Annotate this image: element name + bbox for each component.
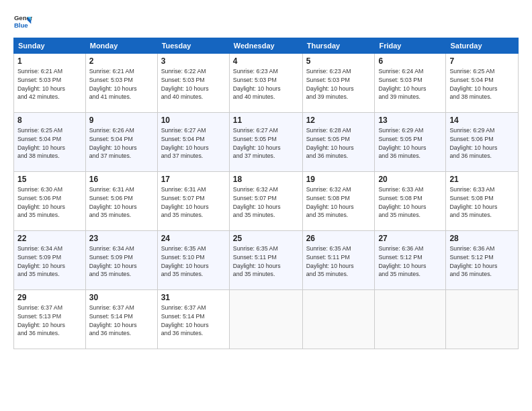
day-number: 11 — [233, 116, 299, 125]
calendar-week-row: 29Sunrise: 6:37 AM Sunset: 5:13 PM Dayli… — [14, 290, 519, 349]
day-number: 4 — [233, 56, 299, 66]
header-cell-thursday: Thursday — [302, 38, 375, 54]
day-info: Sunrise: 6:34 AM Sunset: 5:09 PM Dayligh… — [89, 244, 154, 279]
day-number: 19 — [306, 175, 371, 184]
calendar-cell: 27Sunrise: 6:36 AM Sunset: 5:12 PM Dayli… — [375, 231, 446, 290]
calendar-body: 1Sunrise: 6:21 AM Sunset: 5:03 PM Daylig… — [14, 54, 519, 349]
day-info: Sunrise: 6:33 AM Sunset: 5:08 PM Dayligh… — [378, 185, 442, 220]
day-number: 26 — [306, 234, 371, 243]
calendar-cell: 4Sunrise: 6:23 AM Sunset: 5:03 PM Daylig… — [229, 54, 302, 113]
calendar-cell: 9Sunrise: 6:26 AM Sunset: 5:04 PM Daylig… — [85, 113, 157, 172]
calendar-cell: 10Sunrise: 6:27 AM Sunset: 5:04 PM Dayli… — [157, 113, 229, 172]
day-number: 2 — [89, 56, 154, 66]
day-number: 29 — [17, 293, 82, 302]
day-info: Sunrise: 6:26 AM Sunset: 5:04 PM Dayligh… — [89, 126, 154, 161]
day-number: 17 — [161, 175, 226, 184]
day-number: 14 — [449, 116, 515, 125]
day-info: Sunrise: 6:23 AM Sunset: 5:03 PM Dayligh… — [306, 67, 371, 101]
day-info: Sunrise: 6:24 AM Sunset: 5:03 PM Dayligh… — [378, 67, 442, 101]
day-info: Sunrise: 6:21 AM Sunset: 5:03 PM Dayligh… — [89, 67, 154, 101]
day-number: 22 — [17, 234, 82, 243]
day-info: Sunrise: 6:35 AM Sunset: 5:10 PM Dayligh… — [161, 244, 226, 279]
day-number: 13 — [378, 116, 442, 125]
calendar-cell: 13Sunrise: 6:29 AM Sunset: 5:05 PM Dayli… — [375, 113, 446, 172]
header-cell-wednesday: Wednesday — [229, 38, 302, 54]
day-info: Sunrise: 6:37 AM Sunset: 5:13 PM Dayligh… — [17, 304, 82, 338]
day-info: Sunrise: 6:32 AM Sunset: 5:07 PM Dayligh… — [233, 185, 299, 220]
header-cell-monday: Monday — [85, 38, 157, 54]
day-number: 25 — [233, 234, 299, 243]
day-info: Sunrise: 6:31 AM Sunset: 5:06 PM Dayligh… — [89, 185, 154, 220]
logo-icon: General Blue — [13, 12, 32, 31]
day-info: Sunrise: 6:30 AM Sunset: 5:06 PM Dayligh… — [17, 185, 82, 220]
day-info: Sunrise: 6:31 AM Sunset: 5:07 PM Dayligh… — [161, 185, 226, 220]
day-info: Sunrise: 6:35 AM Sunset: 5:11 PM Dayligh… — [306, 244, 371, 279]
day-number: 7 — [449, 56, 515, 66]
day-number: 31 — [161, 293, 226, 302]
calendar-cell: 7Sunrise: 6:25 AM Sunset: 5:04 PM Daylig… — [446, 54, 519, 113]
calendar-week-row: 22Sunrise: 6:34 AM Sunset: 5:09 PM Dayli… — [14, 231, 519, 290]
day-info: Sunrise: 6:37 AM Sunset: 5:14 PM Dayligh… — [89, 304, 154, 338]
day-number: 5 — [306, 56, 371, 66]
header-cell-saturday: Saturday — [446, 38, 519, 54]
day-number: 15 — [17, 175, 82, 184]
day-number: 23 — [89, 234, 154, 243]
calendar-cell: 1Sunrise: 6:21 AM Sunset: 5:03 PM Daylig… — [14, 54, 86, 113]
day-info: Sunrise: 6:32 AM Sunset: 5:08 PM Dayligh… — [306, 185, 371, 220]
day-info: Sunrise: 6:36 AM Sunset: 5:12 PM Dayligh… — [449, 244, 515, 279]
day-info: Sunrise: 6:23 AM Sunset: 5:03 PM Dayligh… — [233, 67, 299, 101]
day-number: 20 — [378, 175, 442, 184]
calendar-cell: 12Sunrise: 6:28 AM Sunset: 5:05 PM Dayli… — [302, 113, 375, 172]
day-number: 12 — [306, 116, 371, 125]
calendar-cell — [375, 290, 446, 349]
day-info: Sunrise: 6:25 AM Sunset: 5:04 PM Dayligh… — [17, 126, 82, 161]
day-info: Sunrise: 6:22 AM Sunset: 5:03 PM Dayligh… — [161, 67, 226, 101]
calendar-cell: 30Sunrise: 6:37 AM Sunset: 5:14 PM Dayli… — [85, 290, 157, 349]
calendar-table: SundayMondayTuesdayWednesdayThursdayFrid… — [13, 38, 519, 349]
calendar-cell — [446, 290, 519, 349]
header-cell-friday: Friday — [375, 38, 446, 54]
calendar-cell: 5Sunrise: 6:23 AM Sunset: 5:03 PM Daylig… — [302, 54, 375, 113]
header-cell-sunday: Sunday — [14, 38, 86, 54]
calendar-cell: 18Sunrise: 6:32 AM Sunset: 5:07 PM Dayli… — [229, 172, 302, 231]
calendar-cell: 17Sunrise: 6:31 AM Sunset: 5:07 PM Dayli… — [157, 172, 229, 231]
day-number: 9 — [89, 116, 154, 125]
calendar-header-row: SundayMondayTuesdayWednesdayThursdayFrid… — [14, 38, 519, 54]
calendar-cell: 29Sunrise: 6:37 AM Sunset: 5:13 PM Dayli… — [14, 290, 86, 349]
calendar-cell: 6Sunrise: 6:24 AM Sunset: 5:03 PM Daylig… — [375, 54, 446, 113]
page: General Blue SundayMondayTuesdayWednesda… — [0, 0, 532, 411]
calendar-cell: 14Sunrise: 6:29 AM Sunset: 5:06 PM Dayli… — [446, 113, 519, 172]
day-number: 16 — [89, 175, 154, 184]
calendar-cell: 28Sunrise: 6:36 AM Sunset: 5:12 PM Dayli… — [446, 231, 519, 290]
calendar-week-row: 8Sunrise: 6:25 AM Sunset: 5:04 PM Daylig… — [14, 113, 519, 172]
day-number: 1 — [17, 56, 82, 66]
day-info: Sunrise: 6:28 AM Sunset: 5:05 PM Dayligh… — [306, 126, 371, 161]
day-info: Sunrise: 6:33 AM Sunset: 5:08 PM Dayligh… — [449, 185, 515, 220]
day-number: 24 — [161, 234, 226, 243]
calendar-week-row: 1Sunrise: 6:21 AM Sunset: 5:03 PM Daylig… — [14, 54, 519, 113]
calendar-cell: 16Sunrise: 6:31 AM Sunset: 5:06 PM Dayli… — [85, 172, 157, 231]
day-number: 8 — [17, 116, 82, 125]
calendar-cell: 11Sunrise: 6:27 AM Sunset: 5:05 PM Dayli… — [229, 113, 302, 172]
logo: General Blue — [13, 12, 32, 31]
day-number: 10 — [161, 116, 226, 125]
calendar-cell — [302, 290, 375, 349]
calendar-cell: 2Sunrise: 6:21 AM Sunset: 5:03 PM Daylig… — [85, 54, 157, 113]
calendar-cell: 23Sunrise: 6:34 AM Sunset: 5:09 PM Dayli… — [85, 231, 157, 290]
day-number: 28 — [449, 234, 515, 243]
day-number: 6 — [378, 56, 442, 66]
day-info: Sunrise: 6:34 AM Sunset: 5:09 PM Dayligh… — [17, 244, 82, 279]
day-number: 27 — [378, 234, 442, 243]
day-number: 30 — [89, 293, 154, 302]
day-info: Sunrise: 6:29 AM Sunset: 5:05 PM Dayligh… — [378, 126, 442, 161]
calendar-cell — [229, 290, 302, 349]
calendar-cell: 24Sunrise: 6:35 AM Sunset: 5:10 PM Dayli… — [157, 231, 229, 290]
calendar-cell: 15Sunrise: 6:30 AM Sunset: 5:06 PM Dayli… — [14, 172, 86, 231]
day-info: Sunrise: 6:36 AM Sunset: 5:12 PM Dayligh… — [378, 244, 442, 279]
calendar-cell: 3Sunrise: 6:22 AM Sunset: 5:03 PM Daylig… — [157, 54, 229, 113]
header: General Blue — [13, 12, 519, 31]
day-number: 3 — [161, 56, 226, 66]
day-info: Sunrise: 6:35 AM Sunset: 5:11 PM Dayligh… — [233, 244, 299, 279]
calendar-cell: 8Sunrise: 6:25 AM Sunset: 5:04 PM Daylig… — [14, 113, 86, 172]
svg-text:Blue: Blue — [14, 21, 28, 29]
